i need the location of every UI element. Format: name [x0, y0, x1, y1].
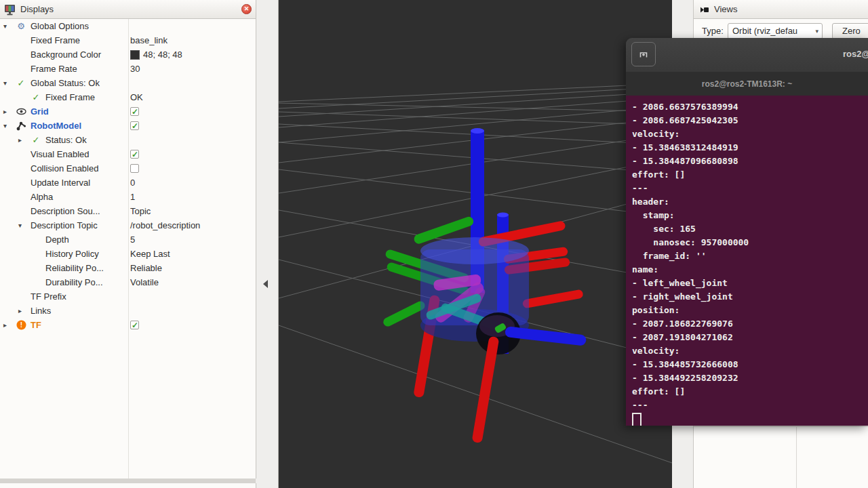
property-value[interactable]: Keep Last — [130, 247, 170, 261]
color-swatch — [130, 50, 140, 60]
terminal-line: - 15.384492258209232 — [626, 371, 868, 385]
check-icon: ✓ — [33, 133, 40, 147]
gear-icon: ⚙ — [17, 19, 25, 33]
views-list-top-edge — [694, 426, 868, 427]
views-icon — [699, 4, 710, 15]
svg-text:!: ! — [20, 321, 22, 329]
terminal-line: - 2086.6687425042305 — [626, 114, 868, 127]
property-value[interactable]: Reliable — [130, 261, 162, 275]
panel-splitter[interactable] — [0, 479, 256, 483]
property-label: TF Prefix — [31, 289, 66, 304]
expand-arrow-icon[interactable]: ▸ — [3, 318, 7, 332]
terminal-line: effort: [] — [626, 385, 868, 399]
displays-panel-header[interactable]: Displays ✕ — [0, 0, 256, 19]
collapse-arrow-icon[interactable]: ▾ — [3, 76, 7, 90]
terminal-line: --- — [626, 182, 868, 195]
property-label: Reliability Po... — [45, 261, 104, 275]
terminal-tab-bar[interactable]: ros2@ros2-TM1613R: ~ — [626, 72, 868, 96]
close-panel-button[interactable]: ✕ — [241, 4, 252, 14]
property-value[interactable] — [130, 104, 139, 119]
terminal-line: - 2087.191804271062 — [626, 331, 868, 344]
collapse-arrow-icon[interactable]: ▾ — [18, 218, 22, 232]
displays-panel: Displays ✕ ▾⚙Global OptionsFixed Frameba… — [0, 0, 256, 479]
collapse-arrow-icon[interactable]: ▾ — [3, 119, 7, 133]
property-label: Background Color — [31, 47, 101, 62]
property-label: TF — [31, 318, 41, 332]
terminal-line: - 15.384487096680898 — [626, 155, 868, 168]
views-column-divider — [796, 427, 797, 488]
property-label: Global Status: Ok — [31, 76, 100, 90]
terminal-window-title: ros2@ — [843, 49, 868, 59]
property-value[interactable]: 0 — [130, 176, 135, 190]
property-label: History Policy — [45, 247, 99, 261]
terminal-line: - 15.384638312484919 — [626, 141, 868, 155]
property-value[interactable] — [130, 161, 139, 176]
collapse-arrow-icon[interactable]: ▾ — [3, 19, 7, 33]
terminal-output[interactable]: - 2086.6637576389994- 2086.6687425042305… — [626, 96, 868, 426]
property-value[interactable]: Topic — [130, 204, 151, 218]
property-label: Status: Ok — [45, 133, 87, 147]
property-value[interactable]: Volatile — [130, 275, 159, 289]
expand-arrow-icon[interactable]: ▸ — [3, 104, 7, 119]
terminal-line: - 15.384485732666008 — [626, 358, 868, 371]
terminal-line: velocity: — [626, 127, 868, 141]
property-value[interactable]: OK — [130, 90, 143, 104]
enabled-checkbox[interactable] — [130, 107, 139, 116]
new-tab-icon — [637, 48, 650, 60]
terminal-window: ros2@ ros2@ros2-TM1613R: ~ - 2086.663757… — [626, 38, 868, 426]
property-value[interactable]: 48; 48; 48 — [130, 47, 182, 62]
enabled-checkbox[interactable] — [130, 321, 139, 329]
property-label: Collision Enabled — [31, 161, 98, 176]
property-label: Fixed Frame — [45, 90, 95, 104]
terminal-line: - 2087.186822769076 — [626, 317, 868, 331]
check-icon: ✓ — [33, 90, 40, 104]
view-type-dropdown[interactable]: Orbit (rviz_defau ▾ — [728, 23, 823, 39]
property-value[interactable] — [130, 147, 139, 161]
enabled-checkbox[interactable] — [130, 121, 139, 130]
property-value[interactable]: base_link — [130, 33, 167, 47]
enabled-checkbox[interactable] — [130, 150, 139, 159]
3d-viewport[interactable] — [278, 0, 672, 488]
property-label: Durability Po... — [45, 275, 103, 289]
terminal-line: effort: [] — [626, 168, 868, 182]
collapse-panel-arrow[interactable] — [263, 280, 268, 288]
terminal-line: - left_wheel_joint — [626, 277, 868, 290]
terminal-titlebar[interactable]: ros2@ — [626, 38, 868, 72]
property-label: Frame Rate — [31, 62, 77, 76]
property-label: Fixed Frame — [31, 33, 80, 47]
property-value[interactable] — [130, 318, 139, 332]
expand-arrow-icon[interactable]: ▸ — [18, 304, 22, 318]
property-column-divider[interactable] — [128, 19, 129, 479]
property-label: Description Sou... — [31, 204, 100, 218]
new-tab-button[interactable] — [631, 42, 656, 66]
property-label: Grid — [31, 104, 49, 119]
displays-panel-title: Displays — [20, 4, 54, 14]
zero-button[interactable]: Zero — [832, 23, 868, 39]
robot-model-icon — [16, 121, 26, 131]
terminal-line: - 2086.6637576389994 — [626, 100, 868, 114]
view-type-label: Type: — [702, 26, 724, 36]
property-label: Alpha — [31, 190, 53, 204]
property-value[interactable]: 5 — [130, 232, 135, 247]
property-value[interactable] — [130, 119, 139, 133]
enabled-checkbox[interactable] — [130, 164, 139, 173]
check-icon: ✓ — [18, 76, 25, 90]
property-value[interactable]: 30 — [130, 62, 140, 76]
property-value[interactable]: /robot_description — [130, 218, 200, 232]
expand-arrow-icon[interactable]: ▸ — [18, 133, 22, 147]
terminal-line: - right_wheel_joint — [626, 290, 868, 304]
lower-panel-edge — [0, 483, 256, 488]
terminal-line: stamp: — [626, 209, 868, 222]
terminal-tab-title: ros2@ros2-TM1613R: ~ — [702, 79, 792, 89]
terminal-line: sec: 165 — [626, 222, 868, 236]
chevron-down-icon: ▾ — [815, 24, 818, 39]
property-label: RobotModel — [31, 119, 81, 133]
robot-model-render — [279, 0, 672, 488]
property-label: Links — [31, 304, 51, 318]
eye-icon — [16, 108, 26, 115]
rviz-window: { "displays_panel": { "title": "Displays… — [0, 0, 868, 488]
terminal-line: nanosec: 957000000 — [626, 236, 868, 249]
property-value[interactable]: 1 — [130, 190, 135, 204]
views-panel-header[interactable]: Views — [694, 0, 868, 19]
property-label: Global Options — [31, 19, 89, 33]
